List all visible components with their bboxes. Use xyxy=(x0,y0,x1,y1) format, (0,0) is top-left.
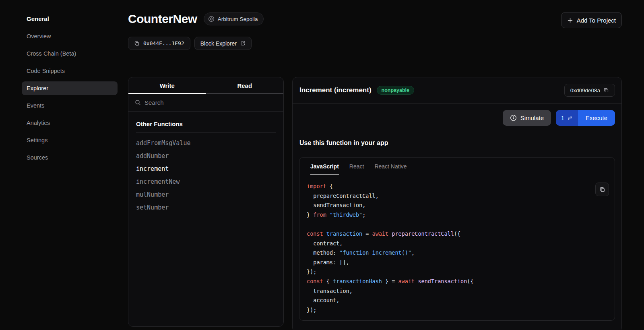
copy-icon xyxy=(134,41,140,46)
code-snippet: import { prepareContractCall, sendTransa… xyxy=(299,175,615,320)
sidebar-item-code-snippets[interactable]: Code Snippets xyxy=(22,64,118,78)
code-tab-react-native[interactable]: React Native xyxy=(374,158,407,175)
external-link-icon xyxy=(240,41,246,46)
code-language-tabs: JavaScriptReactReact Native xyxy=(299,158,615,175)
sidebar-item-overview[interactable]: Overview xyxy=(22,29,118,43)
sidebar-item-settings[interactable]: Settings xyxy=(22,133,118,147)
sidebar: General OverviewCross Chain (Beta)Code S… xyxy=(0,0,127,330)
header-divider xyxy=(128,63,622,63)
sidebar-item-sources[interactable]: Sources xyxy=(22,151,118,164)
sidebar-heading: General xyxy=(27,12,118,25)
code-line: } from "thirdweb"; xyxy=(307,210,607,220)
sidebar-nav: OverviewCross Chain (Beta)Code SnippetsE… xyxy=(27,29,118,164)
copy-code-button[interactable] xyxy=(595,183,609,196)
network-badge[interactable]: Arbitrum Sepolia xyxy=(204,12,264,25)
code-line: prepareContractCall, xyxy=(307,191,607,201)
search-icon xyxy=(135,100,141,106)
execute-button-group: 1 Execute xyxy=(556,110,615,126)
code-line: contract, xyxy=(307,239,607,249)
queue-count: 1 xyxy=(561,115,564,121)
code-line: const { transactionHash } = await sendTr… xyxy=(307,277,607,286)
contract-address-button[interactable]: 0x044E...1E92 xyxy=(128,37,190,50)
search-input[interactable] xyxy=(144,99,277,106)
chain-icon xyxy=(208,16,215,22)
page-title: CounterNew xyxy=(128,12,197,26)
code-line: }); xyxy=(307,305,607,315)
copy-icon xyxy=(599,187,605,193)
copy-icon xyxy=(603,87,609,93)
function-list-item-setNumber[interactable]: setNumber xyxy=(136,201,276,214)
main-content: CounterNew Arbitrum Sepolia Add To Proje… xyxy=(127,0,644,330)
code-card: JavaScriptReactReact Native import { pre… xyxy=(299,157,615,321)
sidebar-item-explorer[interactable]: Explorer xyxy=(22,81,118,95)
function-selector-button[interactable]: 0xd09de08a xyxy=(564,84,615,97)
function-detail-title: Increment (increment) xyxy=(299,86,372,94)
address-row: 0x044E...1E92 Block Explorer xyxy=(128,37,622,50)
function-list-item-increment[interactable]: increment xyxy=(136,162,276,175)
sidebar-item-events[interactable]: Events xyxy=(22,99,118,112)
mutability-badge: nonpayable xyxy=(377,86,414,95)
usage-divider xyxy=(299,152,615,152)
function-list-item-addFromMsgValue[interactable]: addFromMsgValue xyxy=(136,137,276,149)
block-explorer-label: Block Explorer xyxy=(200,40,237,47)
code-line: params: [], xyxy=(307,258,607,268)
plus-icon xyxy=(567,17,573,23)
info-icon xyxy=(510,114,517,121)
simulate-label: Simulate xyxy=(520,114,544,121)
functions-panel: WriteRead Other Functions addFromMsgValu… xyxy=(128,77,284,327)
function-list: addFromMsgValueaddNumberincrementincreme… xyxy=(136,137,276,214)
code-tab-react[interactable]: React xyxy=(349,158,364,175)
sidebar-item-analytics[interactable]: Analytics xyxy=(22,116,118,130)
block-explorer-button[interactable]: Block Explorer xyxy=(194,37,252,50)
simulate-button[interactable]: Simulate xyxy=(503,110,551,126)
code-line: account, xyxy=(307,296,607,305)
add-to-project-button[interactable]: Add To Project xyxy=(561,12,622,28)
code-tab-javascript[interactable]: JavaScript xyxy=(310,158,339,175)
sidebar-item-cross-chain-beta[interactable]: Cross Chain (Beta) xyxy=(22,47,118,60)
code-line: transaction, xyxy=(307,286,607,296)
contract-address-short: 0x044E...1E92 xyxy=(143,40,184,46)
write-read-tabs: WriteRead xyxy=(128,77,283,94)
execute-button[interactable]: Execute xyxy=(578,110,615,126)
transaction-queue-button[interactable]: 1 xyxy=(556,110,578,126)
page-header: CounterNew Arbitrum Sepolia Add To Proje… xyxy=(128,12,622,28)
code-line: sendTransaction, xyxy=(307,201,607,210)
tab-read[interactable]: Read xyxy=(206,77,284,94)
code-line: method: "function increment()", xyxy=(307,248,607,258)
network-badge-label: Arbitrum Sepolia xyxy=(218,16,258,22)
add-to-project-label: Add To Project xyxy=(577,17,616,24)
function-list-item-mulNumber[interactable]: mulNumber xyxy=(136,188,276,201)
code-line: const transaction = await prepareContrac… xyxy=(307,229,607,239)
code-line xyxy=(307,220,607,229)
function-selector-value: 0xd09de08a xyxy=(570,87,600,93)
function-list-item-addNumber[interactable]: addNumber xyxy=(136,149,276,162)
function-section-title: Other Functions xyxy=(136,120,276,133)
function-list-item-incrementNew[interactable]: incrementNew xyxy=(136,175,276,188)
code-line: import { xyxy=(307,182,607,191)
search-bar[interactable] xyxy=(128,94,283,112)
function-detail-panel: Increment (increment) nonpayable 0xd09de… xyxy=(292,77,622,330)
code-line: }); xyxy=(307,267,607,277)
swap-arrows-icon xyxy=(567,115,573,121)
usage-heading: Use this function in your app xyxy=(293,126,621,152)
tab-write[interactable]: Write xyxy=(128,77,206,94)
